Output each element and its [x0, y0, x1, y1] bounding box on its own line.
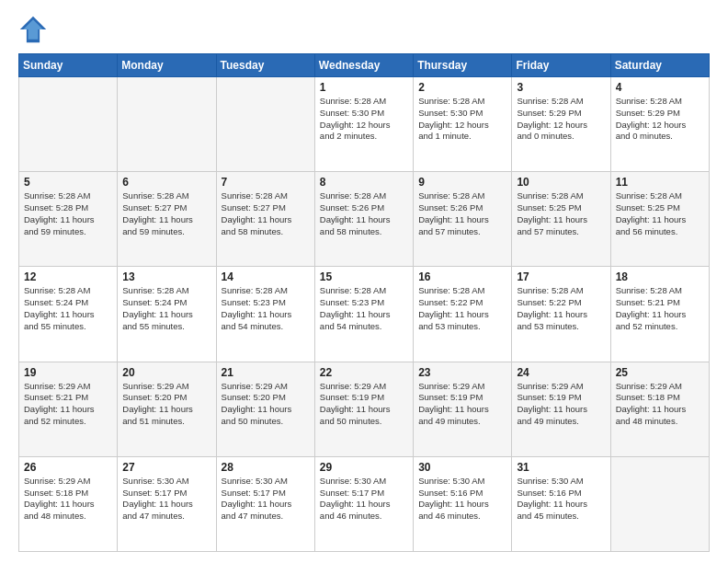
day-info: Sunrise: 5:29 AM Sunset: 5:18 PM Dayligh… [616, 381, 704, 428]
day-info: Sunrise: 5:28 AM Sunset: 5:29 PM Dayligh… [517, 96, 605, 143]
weekday-header-row: SundayMondayTuesdayWednesdayThursdayFrid… [19, 54, 710, 77]
day-number: 5 [24, 176, 112, 189]
day-info: Sunrise: 5:28 AM Sunset: 5:27 PM Dayligh… [122, 190, 210, 237]
day-info: Sunrise: 5:28 AM Sunset: 5:27 PM Dayligh… [222, 190, 310, 237]
day-cell: 20Sunrise: 5:29 AM Sunset: 5:20 PM Dayli… [118, 362, 216, 456]
logo [18, 15, 51, 44]
day-number: 31 [517, 461, 605, 474]
day-number: 22 [320, 366, 408, 379]
day-cell [19, 77, 118, 172]
day-number: 15 [320, 270, 408, 283]
day-info: Sunrise: 5:28 AM Sunset: 5:25 PM Dayligh… [616, 190, 704, 237]
day-info: Sunrise: 5:29 AM Sunset: 5:21 PM Dayligh… [24, 381, 112, 428]
svg-marker-1 [23, 19, 42, 39]
day-cell [118, 77, 216, 172]
day-info: Sunrise: 5:28 AM Sunset: 5:25 PM Dayligh… [517, 190, 605, 237]
day-number: 25 [616, 366, 704, 379]
day-number: 3 [517, 81, 605, 94]
day-info: Sunrise: 5:28 AM Sunset: 5:28 PM Dayligh… [24, 190, 112, 237]
day-info: Sunrise: 5:29 AM Sunset: 5:18 PM Dayligh… [24, 476, 112, 523]
day-number: 30 [418, 461, 506, 474]
day-info: Sunrise: 5:28 AM Sunset: 5:22 PM Dayligh… [418, 285, 506, 332]
day-info: Sunrise: 5:28 AM Sunset: 5:29 PM Dayligh… [616, 96, 704, 143]
page: SundayMondayTuesdayWednesdayThursdayFrid… [0, 0, 728, 563]
day-cell: 5Sunrise: 5:28 AM Sunset: 5:28 PM Daylig… [19, 172, 118, 267]
day-info: Sunrise: 5:28 AM Sunset: 5:23 PM Dayligh… [222, 285, 310, 332]
weekday-header-monday: Monday [118, 54, 216, 77]
week-row-1: 1Sunrise: 5:28 AM Sunset: 5:30 PM Daylig… [19, 77, 710, 172]
day-cell: 3Sunrise: 5:28 AM Sunset: 5:29 PM Daylig… [512, 77, 610, 172]
day-cell: 28Sunrise: 5:30 AM Sunset: 5:17 PM Dayli… [216, 456, 314, 551]
day-cell: 18Sunrise: 5:28 AM Sunset: 5:21 PM Dayli… [610, 267, 709, 362]
day-info: Sunrise: 5:28 AM Sunset: 5:24 PM Dayligh… [24, 285, 112, 332]
day-cell: 29Sunrise: 5:30 AM Sunset: 5:17 PM Dayli… [314, 456, 413, 551]
day-info: Sunrise: 5:29 AM Sunset: 5:19 PM Dayligh… [517, 381, 605, 428]
day-cell: 22Sunrise: 5:29 AM Sunset: 5:19 PM Dayli… [314, 362, 413, 456]
day-cell: 19Sunrise: 5:29 AM Sunset: 5:21 PM Dayli… [19, 362, 118, 456]
logo-icon [18, 15, 48, 44]
week-row-5: 26Sunrise: 5:29 AM Sunset: 5:18 PM Dayli… [19, 456, 710, 551]
weekday-header-friday: Friday [512, 54, 610, 77]
day-number: 6 [122, 176, 210, 189]
day-cell: 25Sunrise: 5:29 AM Sunset: 5:18 PM Dayli… [610, 362, 709, 456]
day-number: 29 [320, 461, 408, 474]
day-cell: 23Sunrise: 5:29 AM Sunset: 5:19 PM Dayli… [414, 362, 512, 456]
day-number: 24 [517, 366, 605, 379]
day-cell: 27Sunrise: 5:30 AM Sunset: 5:17 PM Dayli… [118, 456, 216, 551]
day-cell: 11Sunrise: 5:28 AM Sunset: 5:25 PM Dayli… [610, 172, 709, 267]
day-cell: 14Sunrise: 5:28 AM Sunset: 5:23 PM Dayli… [216, 267, 314, 362]
day-cell: 30Sunrise: 5:30 AM Sunset: 5:16 PM Dayli… [414, 456, 512, 551]
day-number: 14 [222, 270, 310, 283]
day-cell: 7Sunrise: 5:28 AM Sunset: 5:27 PM Daylig… [216, 172, 314, 267]
day-info: Sunrise: 5:29 AM Sunset: 5:19 PM Dayligh… [418, 381, 506, 428]
day-cell: 4Sunrise: 5:28 AM Sunset: 5:29 PM Daylig… [610, 77, 709, 172]
day-info: Sunrise: 5:30 AM Sunset: 5:17 PM Dayligh… [320, 476, 408, 523]
day-cell: 24Sunrise: 5:29 AM Sunset: 5:19 PM Dayli… [512, 362, 610, 456]
day-cell: 26Sunrise: 5:29 AM Sunset: 5:18 PM Dayli… [19, 456, 118, 551]
day-info: Sunrise: 5:28 AM Sunset: 5:24 PM Dayligh… [122, 285, 210, 332]
weekday-header-sunday: Sunday [19, 54, 118, 77]
day-number: 17 [517, 270, 605, 283]
day-cell: 13Sunrise: 5:28 AM Sunset: 5:24 PM Dayli… [118, 267, 216, 362]
weekday-header-wednesday: Wednesday [314, 54, 413, 77]
day-cell: 17Sunrise: 5:28 AM Sunset: 5:22 PM Dayli… [512, 267, 610, 362]
day-cell: 12Sunrise: 5:28 AM Sunset: 5:24 PM Dayli… [19, 267, 118, 362]
day-info: Sunrise: 5:28 AM Sunset: 5:22 PM Dayligh… [517, 285, 605, 332]
day-info: Sunrise: 5:30 AM Sunset: 5:16 PM Dayligh… [418, 476, 506, 523]
day-info: Sunrise: 5:28 AM Sunset: 5:21 PM Dayligh… [616, 285, 704, 332]
weekday-header-saturday: Saturday [610, 54, 709, 77]
day-info: Sunrise: 5:29 AM Sunset: 5:19 PM Dayligh… [320, 381, 408, 428]
weekday-header-tuesday: Tuesday [216, 54, 314, 77]
day-info: Sunrise: 5:30 AM Sunset: 5:17 PM Dayligh… [222, 476, 310, 523]
day-info: Sunrise: 5:28 AM Sunset: 5:26 PM Dayligh… [418, 190, 506, 237]
day-number: 19 [24, 366, 112, 379]
day-cell: 31Sunrise: 5:30 AM Sunset: 5:16 PM Dayli… [512, 456, 610, 551]
day-info: Sunrise: 5:28 AM Sunset: 5:26 PM Dayligh… [320, 190, 408, 237]
day-number: 21 [222, 366, 310, 379]
weekday-header-thursday: Thursday [414, 54, 512, 77]
week-row-4: 19Sunrise: 5:29 AM Sunset: 5:21 PM Dayli… [19, 362, 710, 456]
day-number: 20 [122, 366, 210, 379]
day-cell: 16Sunrise: 5:28 AM Sunset: 5:22 PM Dayli… [414, 267, 512, 362]
week-row-2: 5Sunrise: 5:28 AM Sunset: 5:28 PM Daylig… [19, 172, 710, 267]
day-number: 10 [517, 176, 605, 189]
day-number: 18 [616, 270, 704, 283]
day-cell: 9Sunrise: 5:28 AM Sunset: 5:26 PM Daylig… [414, 172, 512, 267]
week-row-3: 12Sunrise: 5:28 AM Sunset: 5:24 PM Dayli… [19, 267, 710, 362]
day-number: 26 [24, 461, 112, 474]
day-cell: 1Sunrise: 5:28 AM Sunset: 5:30 PM Daylig… [314, 77, 413, 172]
day-cell: 10Sunrise: 5:28 AM Sunset: 5:25 PM Dayli… [512, 172, 610, 267]
day-cell: 8Sunrise: 5:28 AM Sunset: 5:26 PM Daylig… [314, 172, 413, 267]
day-info: Sunrise: 5:30 AM Sunset: 5:16 PM Dayligh… [517, 476, 605, 523]
day-cell: 6Sunrise: 5:28 AM Sunset: 5:27 PM Daylig… [118, 172, 216, 267]
day-number: 9 [418, 176, 506, 189]
day-info: Sunrise: 5:29 AM Sunset: 5:20 PM Dayligh… [222, 381, 310, 428]
day-info: Sunrise: 5:28 AM Sunset: 5:30 PM Dayligh… [418, 96, 506, 143]
day-info: Sunrise: 5:28 AM Sunset: 5:23 PM Dayligh… [320, 285, 408, 332]
day-number: 4 [616, 81, 704, 94]
day-cell: 21Sunrise: 5:29 AM Sunset: 5:20 PM Dayli… [216, 362, 314, 456]
day-number: 2 [418, 81, 506, 94]
header [18, 15, 710, 44]
day-cell: 2Sunrise: 5:28 AM Sunset: 5:30 PM Daylig… [414, 77, 512, 172]
day-cell [610, 456, 709, 551]
